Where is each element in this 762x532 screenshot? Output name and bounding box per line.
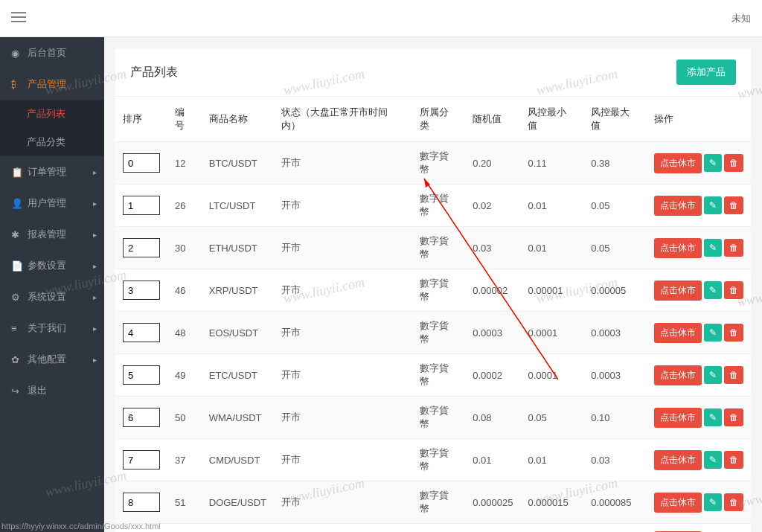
cell-min: 0.0001 [520,354,583,397]
cell-min: 0.01 [520,227,583,269]
pause-button[interactable]: 点击休市 [654,153,702,173]
svg-rect-2 [11,21,26,22]
cell-name: ETC/USDT [202,354,274,397]
sort-input[interactable] [123,493,160,512]
sort-input[interactable] [123,153,160,173]
table-row: 37 CMD/USDT 开市 數字貨幣 0.01 0.01 0.03 点击休市✎… [115,439,751,481]
sidebar-item-1[interactable]: ₿产品管理 [0,68,104,100]
sort-input[interactable] [123,323,160,342]
table-row: 49 ETC/USDT 开市 數字貨幣 0.0002 0.0001 0.0003… [115,354,751,397]
delete-button[interactable]: 🗑 [724,408,743,426]
cell-max: 0.0003 [583,312,647,354]
delete-button[interactable]: 🗑 [724,154,743,172]
cell-max: 0.000085 [583,481,647,524]
sidebar-item-0[interactable]: ◉后台首页 [0,37,104,68]
cell-rand: 0.08 [465,397,520,439]
sort-input[interactable] [123,365,160,385]
edit-button[interactable]: ✎ [704,324,722,342]
chevron-right-icon: ▸ [93,324,97,333]
delete-button[interactable]: 🗑 [724,196,743,214]
table-header: 商品名称 [202,97,274,142]
logout-icon: ↪ [11,385,22,397]
cell-name: WMA/USDT [202,397,274,439]
sidebar-item-9[interactable]: ↪退出 [0,375,104,406]
cell-rand: 0.20 [465,142,520,185]
clipboard-icon: 📋 [11,167,22,178]
table-row: 46 XRP/USDT 开市 數字貨幣 0.00002 0.00001 0.00… [115,269,751,312]
edit-button[interactable]: ✎ [704,196,722,214]
sort-input[interactable] [123,238,160,257]
table-header: 编号 [167,97,202,142]
content: 产品列表 添加产品 排序编号商品名称状态（大盘正常开市时间内）所属分类随机值风控… [104,37,762,532]
pause-button[interactable]: 点击休市 [654,196,702,216]
edit-button[interactable]: ✎ [704,493,722,511]
sort-input[interactable] [123,408,160,427]
sidebar-item-5[interactable]: 📄参数设置▸ [0,250,104,281]
table-header: 所属分类 [412,97,465,142]
sidebar-subitem[interactable]: 产品分类 [0,128,104,156]
pause-button[interactable]: 点击休市 [654,493,702,513]
cell-id: 48 [167,312,202,354]
chevron-right-icon: ▸ [93,356,97,364]
panel-header: 产品列表 添加产品 [115,48,751,97]
cell-name: BTC/USDT [202,142,274,185]
cell-category: 數字貨幣 [412,354,465,397]
cell-name: EOS/USDT [202,312,274,354]
table-row: 48 EOS/USDT 开市 數字貨幣 0.0003 0.0001 0.0003… [115,312,751,354]
delete-button[interactable]: 🗑 [724,451,743,469]
panel: 产品列表 添加产品 排序编号商品名称状态（大盘正常开市时间内）所属分类随机值风控… [115,48,751,532]
cell-status: 开市 [274,397,412,439]
edit-button[interactable]: ✎ [704,366,722,384]
cell-id: 49 [167,354,202,397]
sort-input[interactable] [123,450,160,469]
edit-button[interactable]: ✎ [704,154,722,172]
pause-button[interactable]: 点击休市 [654,365,702,385]
delete-button[interactable]: 🗑 [724,281,743,299]
cell-max: 0.05 [583,227,647,269]
edit-button[interactable]: ✎ [704,408,722,426]
pause-button[interactable]: 点击休市 [654,281,702,301]
svg-rect-0 [11,12,26,13]
add-product-button[interactable]: 添加产品 [676,60,736,85]
table-row: 50 WMA/USDT 开市 數字貨幣 0.08 0.05 0.10 点击休市✎… [115,397,751,439]
cell-max: 0.03 [583,439,647,481]
sidebar-item-7[interactable]: ≡关于我们▸ [0,313,104,344]
delete-button[interactable]: 🗑 [724,239,743,257]
cell-name: ETH/USDT [202,227,274,269]
cell-category: 數字貨幣 [412,481,465,524]
sort-input[interactable] [123,281,160,300]
cell-min: 0.01 [520,439,583,481]
menu-toggle-icon[interactable] [11,10,26,27]
cell-id: 51 [167,481,202,524]
delete-button[interactable]: 🗑 [724,366,743,384]
sidebar-item-2[interactable]: 📋订单管理▸ [0,156,104,188]
pause-button[interactable]: 点击休市 [654,238,702,258]
sidebar-item-6[interactable]: ⚙系统设置▸ [0,281,104,313]
edit-button[interactable]: ✎ [704,281,722,299]
sidebar-item-4[interactable]: ✱报表管理▸ [0,219,104,250]
edit-button[interactable]: ✎ [704,239,722,257]
cell-category: 數字貨幣 [412,397,465,439]
sidebar-label: 关于我们 [28,321,66,335]
sidebar-item-8[interactable]: ✿其他配置▸ [0,344,104,375]
pause-button[interactable]: 点击休市 [654,450,702,470]
table-header: 操作 [647,97,751,142]
table-header: 状态（大盘正常开市时间内） [274,97,412,142]
cell-category: 數字貨幣 [412,439,465,481]
pause-button[interactable]: 点击休市 [654,323,702,343]
cell-id: 30 [167,227,202,269]
share-icon: ✱ [11,229,22,240]
status-url: https://hyyiy.winxx.cc/admin/Goods/xxx.h… [1,522,161,531]
sidebar-label: 后台首页 [28,46,66,60]
cell-id: 12 [167,142,202,185]
sort-input[interactable] [123,196,160,215]
delete-button[interactable]: 🗑 [724,324,743,342]
edit-button[interactable]: ✎ [704,451,722,469]
delete-button[interactable]: 🗑 [724,493,743,511]
sidebar-item-3[interactable]: 👤用户管理▸ [0,188,104,219]
cell-status: 开市 [274,227,412,269]
table-row: 12 BTC/USDT 开市 數字貨幣 0.20 0.11 0.38 点击休市✎… [115,142,751,185]
cell-status: 开市 [274,312,412,354]
pause-button[interactable]: 点击休市 [654,408,702,428]
sidebar-subitem[interactable]: 产品列表 [0,100,104,128]
